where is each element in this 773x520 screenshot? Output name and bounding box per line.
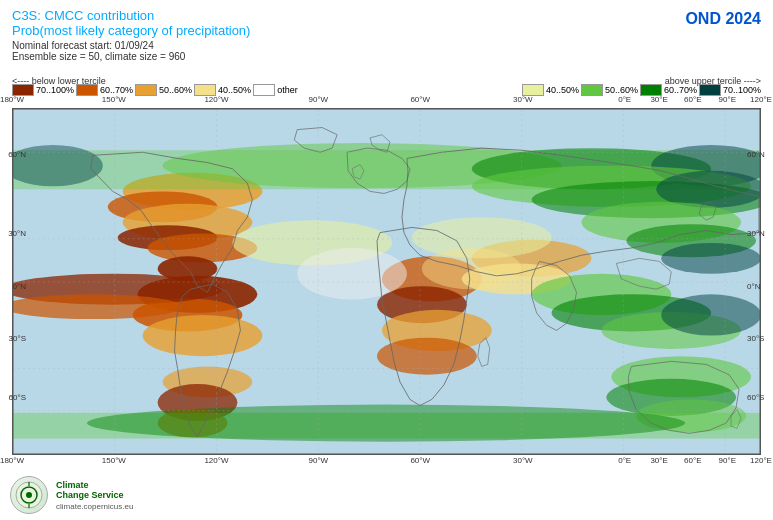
- legend-label-40-50-above: 40..50%: [546, 85, 579, 95]
- lon-label-60w-bot: 60°W: [410, 456, 430, 465]
- legend-label-60-70-below: 60..70%: [100, 85, 133, 95]
- lon-label-150w-top: 150°W: [102, 95, 126, 104]
- lon-axis-top: 180°W 150°W 120°W 90°W 60°W 30°W 0°E 30°…: [12, 95, 761, 109]
- header: C3S: CMCC contribution Prob(most likely …: [12, 8, 250, 62]
- world-map-container: [12, 108, 761, 455]
- lon-label-60w-top: 60°W: [410, 95, 430, 104]
- copernicus-logo: [10, 476, 48, 514]
- title-line1: C3S: CMCC contribution: [12, 8, 250, 23]
- lon-label-120w-bot: 120°W: [204, 456, 228, 465]
- lat-30s-right: 30°S: [747, 334, 764, 343]
- lon-label-150w-bot: 150°W: [102, 456, 126, 465]
- legend-label-70-100-above: 70..100%: [723, 85, 761, 95]
- subtitle2: Ensemble size = 50, climate size = 960: [12, 51, 250, 62]
- svg-point-61: [26, 492, 32, 498]
- lon-label-90w-top: 90°W: [309, 95, 329, 104]
- lat-axis-left: 60°N 30°N 0°N 30°S 60°S: [0, 108, 28, 455]
- season-label: OND 2024: [685, 10, 761, 28]
- svg-point-43: [297, 248, 407, 299]
- footer-title: ClimateChange Service: [56, 480, 124, 500]
- lon-label-90w-bot: 90°W: [309, 456, 329, 465]
- lon-label-60e-bot: 60°E: [684, 456, 701, 465]
- legend-label-70-100-below: 70..100%: [36, 85, 74, 95]
- lon-label-30w-bot: 30°W: [513, 456, 533, 465]
- legend-label-50-60-above: 50..60%: [605, 85, 638, 95]
- lon-label-60e-top: 60°E: [684, 95, 701, 104]
- lat-30s-left: 30°S: [9, 334, 26, 343]
- footer: ClimateChange Service climate.copernicus…: [0, 470, 773, 520]
- footer-url: climate.copernicus.eu: [56, 502, 133, 511]
- svg-point-16: [377, 338, 477, 375]
- lat-30n-left: 30°N: [8, 229, 26, 238]
- lon-label-0e-top: 0°E: [618, 95, 631, 104]
- lon-label-180w-bot: 180°W: [0, 456, 24, 465]
- legend-label-50-60-below: 50..60%: [159, 85, 192, 95]
- legend-label-40-50-below: 40..50%: [218, 85, 251, 95]
- svg-point-9: [143, 315, 263, 356]
- lat-60n-left: 60°N: [8, 150, 26, 159]
- legend-label-60-70-above: 60..70%: [664, 85, 697, 95]
- lat-30n-right: 30°N: [747, 229, 765, 238]
- lon-label-180w-top: 180°W: [0, 95, 24, 104]
- subtitle1: Nominal forecast start: 01/09/24: [12, 40, 250, 51]
- lon-label-30w-top: 30°W: [513, 95, 533, 104]
- lat-0-right: 0°N: [747, 282, 760, 291]
- lon-label-120w-top: 120°W: [204, 95, 228, 104]
- legend-label-other: other: [277, 85, 298, 95]
- svg-point-44: [422, 248, 522, 289]
- logo-svg: [15, 481, 43, 509]
- lon-label-90e-bot: 90°E: [719, 456, 736, 465]
- world-map-svg: [13, 109, 760, 454]
- lon-label-30e-top: 30°E: [650, 95, 667, 104]
- lat-60s-right: 60°S: [747, 393, 764, 402]
- lon-label-90e-top: 90°E: [719, 95, 736, 104]
- lat-60s-left: 60°S: [9, 393, 26, 402]
- lon-label-120e-top: 120°E: [750, 95, 772, 104]
- lon-label-120e-bot: 120°E: [750, 456, 772, 465]
- lat-0-left: 0°N: [13, 282, 26, 291]
- lon-label-30e-bot: 30°E: [650, 456, 667, 465]
- svg-point-38: [87, 405, 685, 442]
- footer-text: ClimateChange Service climate.copernicus…: [56, 480, 133, 511]
- title-line2: Prob(most likely category of precipitati…: [12, 23, 250, 38]
- lat-axis-right: 60°N 30°N 0°N 30°S 60°S: [745, 108, 773, 455]
- lon-label-0e-bot: 0°E: [618, 456, 631, 465]
- lon-axis-bottom: 180°W 150°W 120°W 90°W 60°W 30°W 0°E 30°…: [12, 456, 761, 470]
- lat-60n-right: 60°N: [747, 150, 765, 159]
